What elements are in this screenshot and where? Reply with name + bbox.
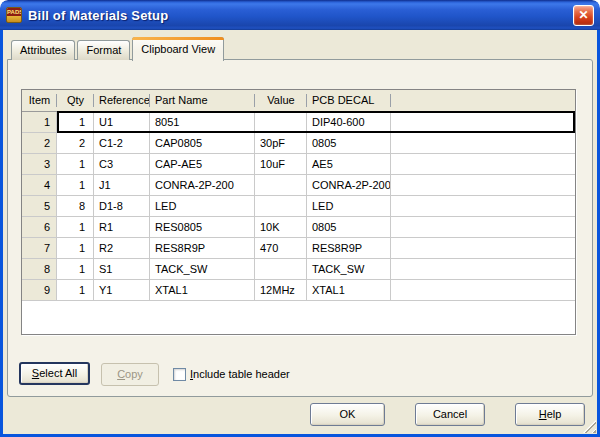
table-cell[interactable]: AE5 [307, 154, 391, 175]
table-cell[interactable]: Y1 [94, 280, 150, 301]
table-cell[interactable]: 1 [57, 217, 94, 238]
table-cell[interactable]: C1-2 [94, 133, 150, 154]
table-row[interactable]: 11U18051DIP40-600 [22, 112, 575, 133]
screen: PADS Bill of Materials Setup ✕ Attribute… [0, 0, 600, 437]
table-cell[interactable]: 1 [57, 154, 94, 175]
tab-strip: Attributes Format Clipboard View [11, 36, 226, 60]
table-cell[interactable]: 8 [22, 259, 57, 280]
title-bar[interactable]: PADS Bill of Materials Setup ✕ [0, 0, 600, 30]
table-cell[interactable]: 2 [22, 133, 57, 154]
table-cell[interactable]: D1-8 [94, 196, 150, 217]
table-cell[interactable] [391, 280, 575, 301]
table-cell[interactable]: 1 [57, 238, 94, 259]
table-cell[interactable]: CONRA-2P-200 [307, 175, 391, 196]
table-cell[interactable]: 5 [22, 196, 57, 217]
table-cell[interactable]: LED [307, 196, 391, 217]
table-cell[interactable]: 10K [255, 217, 307, 238]
table-cell[interactable]: 6 [22, 217, 57, 238]
table-cell[interactable]: 3 [22, 154, 57, 175]
close-icon: ✕ [578, 8, 588, 22]
table-cell[interactable]: 7 [22, 238, 57, 259]
table-cell[interactable]: 1 [57, 280, 94, 301]
table-cell[interactable]: 2 [57, 133, 94, 154]
table-row[interactable]: 91Y1XTAL112MHzXTAL1 [22, 280, 575, 301]
table-cell[interactable]: CAP-AE5 [150, 154, 255, 175]
table-cell[interactable]: 1 [22, 112, 57, 133]
table-cell[interactable]: 8 [57, 196, 94, 217]
table-row[interactable]: 31C3CAP-AE510uFAE5 [22, 154, 575, 175]
table-cell[interactable] [391, 259, 575, 280]
table-cell[interactable]: XTAL1 [150, 280, 255, 301]
table-cell[interactable] [255, 196, 307, 217]
table-cell[interactable]: LED [150, 196, 255, 217]
close-button[interactable]: ✕ [573, 5, 594, 26]
table-cell[interactable]: 9 [22, 280, 57, 301]
table-cell[interactable]: 30pF [255, 133, 307, 154]
table-cell[interactable]: CONRA-2P-200 [150, 175, 255, 196]
column-header-pcb-decal: PCB DECAL [307, 90, 391, 111]
table-cell[interactable]: TACK_SW [307, 259, 391, 280]
table-cell[interactable]: S1 [94, 259, 150, 280]
dialog-frame: Attributes Format Clipboard View Item Qt… [0, 30, 600, 437]
table-cell[interactable] [391, 217, 575, 238]
column-header-part-name: Part Name [150, 90, 255, 111]
table-cell[interactable]: 8051 [150, 112, 255, 133]
tab-label: Attributes [20, 44, 66, 56]
table-cell[interactable] [255, 112, 307, 133]
table-cell[interactable]: R2 [94, 238, 150, 259]
table-cell[interactable] [391, 154, 575, 175]
pads-logo-icon[interactable]: PADS [6, 7, 22, 23]
select-all-button[interactable]: Select All [19, 362, 90, 385]
table-cell[interactable] [391, 196, 575, 217]
table-body: 11U18051DIP40-60022C1-2CAP080530pF080531… [22, 112, 575, 301]
table-cell[interactable]: 1 [57, 175, 94, 196]
table-cell[interactable] [391, 112, 575, 133]
table-cell[interactable]: 12MHz [255, 280, 307, 301]
tab-attributes[interactable]: Attributes [11, 40, 75, 60]
window-title: Bill of Materials Setup [28, 8, 168, 23]
copy-button[interactable]: Copy [101, 363, 159, 386]
table-cell[interactable]: 10uF [255, 154, 307, 175]
help-button[interactable]: Help [515, 403, 585, 426]
table-cell[interactable] [255, 259, 307, 280]
table-cell[interactable]: 1 [57, 259, 94, 280]
table-cell[interactable]: 0805 [307, 217, 391, 238]
table-row[interactable]: 71R2RES8R9P470RES8R9P [22, 238, 575, 259]
ok-button[interactable]: OK [310, 403, 385, 426]
table-cell[interactable]: R1 [94, 217, 150, 238]
include-table-header-label[interactable]: Include table header [190, 368, 290, 381]
table-row[interactable]: 58D1-8LEDLED [22, 196, 575, 217]
column-header-blank [391, 90, 575, 111]
table-cell[interactable]: DIP40-600 [307, 112, 391, 133]
tab-format[interactable]: Format [77, 40, 130, 60]
table-cell[interactable]: U1 [94, 112, 150, 133]
tab-label: Format [86, 44, 121, 56]
table-row[interactable]: 81S1TACK_SWTACK_SW [22, 259, 575, 280]
table-cell[interactable]: C3 [94, 154, 150, 175]
table-cell[interactable]: 470 [255, 238, 307, 259]
table-cell[interactable]: CAP0805 [150, 133, 255, 154]
table-cell[interactable]: 0805 [307, 133, 391, 154]
table-row[interactable]: 41J1CONRA-2P-200CONRA-2P-200 [22, 175, 575, 196]
table-cell[interactable]: TACK_SW [150, 259, 255, 280]
table-cell[interactable] [255, 175, 307, 196]
table-cell[interactable]: J1 [94, 175, 150, 196]
table-cell[interactable] [391, 238, 575, 259]
table-row[interactable]: 61R1RES080510K0805 [22, 217, 575, 238]
table-row[interactable]: 22C1-2CAP080530pF0805 [22, 133, 575, 154]
column-header-reference: Reference [94, 90, 150, 111]
table-cell[interactable]: RES0805 [150, 217, 255, 238]
include-table-header-control: Include table header [173, 368, 290, 381]
table-cell[interactable]: RES8R9P [307, 238, 391, 259]
table-cell[interactable]: 1 [57, 112, 94, 133]
tab-clipboard-view[interactable]: Clipboard View [132, 37, 224, 61]
table-cell[interactable] [391, 175, 575, 196]
tab-panel-clipboard-view: Item Qty Reference Part Name Value PCB D… [7, 59, 593, 397]
include-table-header-checkbox[interactable] [173, 368, 186, 381]
table-cell[interactable]: RES8R9P [150, 238, 255, 259]
cancel-button[interactable]: Cancel [415, 403, 485, 426]
table-cell[interactable] [391, 133, 575, 154]
table-cell[interactable]: 4 [22, 175, 57, 196]
tab-label: Clipboard View [141, 43, 215, 55]
table-cell[interactable]: XTAL1 [307, 280, 391, 301]
